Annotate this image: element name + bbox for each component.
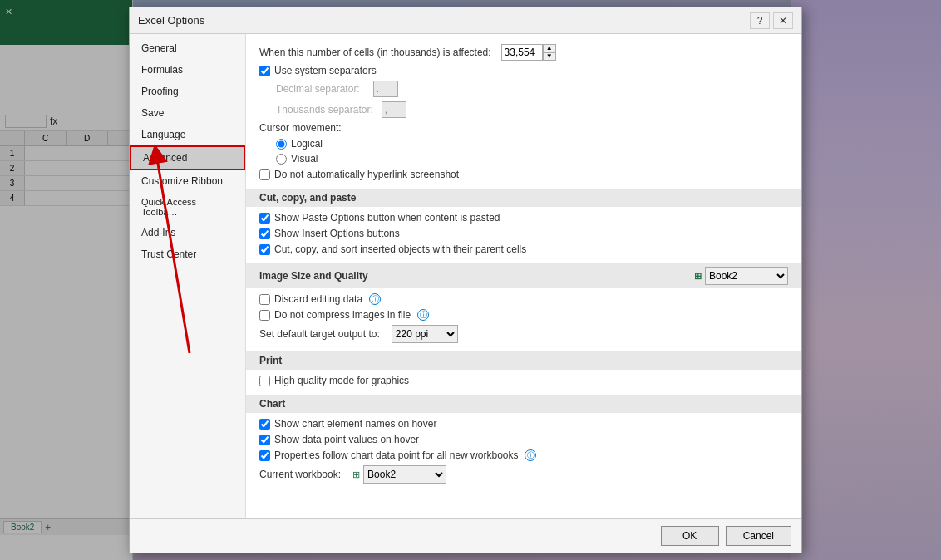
nav-item-proofing[interactable]: Proofing <box>130 81 245 102</box>
nav-item-general[interactable]: General <box>130 37 245 59</box>
properties-follow-info-icon[interactable]: ⓘ <box>525 449 536 461</box>
dialog-footer: OK Cancel <box>130 518 801 553</box>
show-paste-label[interactable]: Show Paste Options button when content i… <box>259 212 500 224</box>
dialog-help-button[interactable]: ? <box>750 12 770 29</box>
nav-item-quick-access[interactable]: Quick Access Toolba… <box>130 192 245 222</box>
high-quality-checkbox[interactable] <box>259 376 270 386</box>
show-data-point-checkbox[interactable] <box>259 435 270 445</box>
discard-editing-row: Discard editing data ⓘ <box>259 293 788 305</box>
discard-editing-checkbox[interactable] <box>259 294 270 305</box>
do-not-compress-checkbox[interactable] <box>259 310 270 321</box>
do-not-compress-info-icon[interactable]: ⓘ <box>417 309 429 321</box>
show-paste-row: Show Paste Options button when content i… <box>259 212 788 224</box>
set-default-output-row: Set default target output to: 220 ppi <box>259 325 788 343</box>
image-size-header: Image Size and Quality ⊞ Book2 <box>246 263 801 288</box>
thousands-separator-label: Thousands separator: <box>276 104 373 115</box>
nav-item-formulas[interactable]: Formulas <box>130 59 245 81</box>
no-hyperlink-checkbox[interactable] <box>259 169 270 180</box>
nav-item-customize-ribbon[interactable]: Customize Ribbon <box>130 170 245 192</box>
excel-icon-small: ⊞ <box>694 271 702 282</box>
use-system-separators-row: Use system separators <box>259 65 788 76</box>
nav-item-language[interactable]: Language <box>130 124 245 145</box>
excel-icon-workbook: ⊞ <box>352 469 360 480</box>
visual-radio-row: Visual <box>276 153 788 165</box>
current-workbook-dropdown[interactable]: Book2 <box>363 465 446 484</box>
use-system-separators-checkbox[interactable] <box>259 66 270 76</box>
high-quality-row: High quality mode for graphics <box>259 375 788 386</box>
show-data-point-label[interactable]: Show data point values on hover <box>259 434 419 445</box>
cut-copy-sort-checkbox[interactable] <box>259 244 270 255</box>
properties-follow-row: Properties follow chart data point for a… <box>259 449 788 461</box>
show-chart-element-row: Show chart element names on hover <box>259 418 788 430</box>
do-not-compress-row: Do not compress images in file ⓘ <box>259 309 788 321</box>
decimal-separator-input[interactable] <box>373 81 398 97</box>
thousands-separator-input[interactable] <box>382 101 406 118</box>
logical-radio-row: Logical <box>276 138 788 150</box>
spinner-down[interactable]: ▼ <box>543 52 556 61</box>
nav-item-add-ins[interactable]: Add-Ins <box>130 222 245 243</box>
current-workbook-dropdown-container[interactable]: ⊞ Book2 <box>352 465 446 484</box>
dialog-close-button[interactable]: ✕ <box>773 12 793 29</box>
cut-copy-sort-row: Cut, copy, and sort inserted objects wit… <box>259 243 788 255</box>
spinner-up[interactable]: ▲ <box>543 44 556 52</box>
image-size-book-dropdown[interactable]: Book2 <box>705 267 788 285</box>
ok-button[interactable]: OK <box>661 526 719 546</box>
dialog-title: Excel Options <box>138 14 204 27</box>
logical-radio[interactable] <box>276 139 287 150</box>
image-size-book-selector[interactable]: ⊞ Book2 <box>694 267 788 285</box>
dialog-body: General Formulas Proofing Save Language … <box>130 34 801 518</box>
dialog-controls: ? ✕ <box>750 12 793 29</box>
show-insert-label[interactable]: Show Insert Options buttons <box>259 228 400 239</box>
cells-affected-spinner[interactable]: ▲ ▼ <box>501 44 556 61</box>
chart-header: Chart <box>246 395 801 413</box>
cells-affected-row: When this number of cells (in thousands)… <box>259 44 788 61</box>
cursor-movement-label: Cursor movement: <box>259 122 342 134</box>
do-not-compress-label[interactable]: Do not compress images in file <box>259 309 411 321</box>
dialog-nav: General Formulas Proofing Save Language … <box>130 34 246 518</box>
discard-editing-label[interactable]: Discard editing data <box>259 293 362 305</box>
cut-copy-paste-header: Cut, copy, and paste <box>246 189 801 207</box>
show-chart-element-checkbox[interactable] <box>259 419 270 430</box>
current-workbook-row: Current workbook: ⊞ Book2 <box>259 465 788 484</box>
logical-label: Logical <box>291 138 323 150</box>
dialog-content[interactable]: When this number of cells (in thousands)… <box>246 34 801 518</box>
cells-affected-input[interactable] <box>501 44 543 61</box>
no-hyperlink-row: Do not automatically hyperlink screensho… <box>259 169 788 180</box>
use-system-separators-label[interactable]: Use system separators <box>259 65 377 76</box>
nav-item-advanced[interactable]: Advanced <box>130 145 245 170</box>
properties-follow-checkbox[interactable] <box>259 450 270 461</box>
nav-item-trust-center[interactable]: Trust Center <box>130 243 245 265</box>
decimal-separator-label: Decimal separator: <box>276 83 360 95</box>
show-insert-checkbox[interactable] <box>259 228 270 239</box>
visual-radio[interactable] <box>276 154 287 165</box>
cursor-movement-section: Cursor movement: Logical Visual <box>259 122 788 165</box>
properties-follow-label[interactable]: Properties follow chart data point for a… <box>259 449 518 461</box>
show-chart-element-label[interactable]: Show chart element names on hover <box>259 418 436 430</box>
cut-copy-sort-label[interactable]: Cut, copy, and sort inserted objects wit… <box>259 243 526 255</box>
cancel-button[interactable]: Cancel <box>726 526 791 546</box>
show-data-point-row: Show data point values on hover <box>259 434 788 445</box>
high-quality-label[interactable]: High quality mode for graphics <box>259 375 409 386</box>
cursor-movement-label-row: Cursor movement: <box>259 122 788 134</box>
excel-options-dialog: Excel Options ? ✕ General Formulas Proof… <box>129 7 802 553</box>
print-header: Print <box>246 351 801 370</box>
nav-item-save[interactable]: Save <box>130 102 245 124</box>
dialog-title-bar: Excel Options ? ✕ <box>130 7 801 34</box>
cells-affected-spinner-btns: ▲ ▼ <box>543 44 556 61</box>
discard-editing-info-icon[interactable]: ⓘ <box>369 293 381 305</box>
visual-label: Visual <box>291 153 318 165</box>
current-workbook-label: Current workbook: <box>259 469 341 480</box>
no-hyperlink-label[interactable]: Do not automatically hyperlink screensho… <box>259 169 459 180</box>
decimal-separator-row: Decimal separator: <box>276 81 788 97</box>
thousands-separator-row: Thousands separator: <box>276 101 788 118</box>
show-insert-row: Show Insert Options buttons <box>259 228 788 239</box>
cursor-movement-group: Logical Visual <box>276 138 788 165</box>
set-default-output-label: Set default target output to: <box>259 328 380 340</box>
cells-affected-label: When this number of cells (in thousands)… <box>259 47 491 58</box>
show-paste-checkbox[interactable] <box>259 213 270 224</box>
ppi-dropdown[interactable]: 220 ppi <box>392 325 458 343</box>
ppi-dropdown-container[interactable]: 220 ppi <box>392 325 458 343</box>
